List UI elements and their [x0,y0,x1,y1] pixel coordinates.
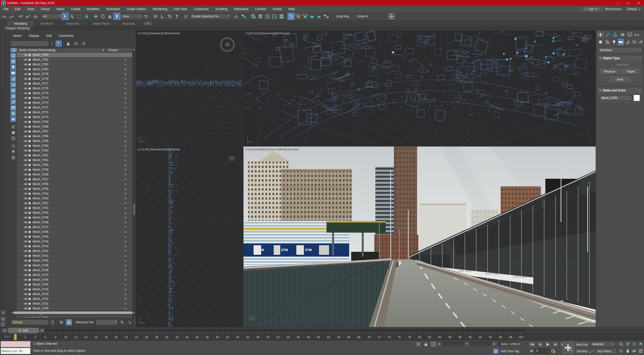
key-selection-dropdown[interactable]: Selected [590,341,615,347]
list-item[interactable]: Mesh_0730 [17,306,132,311]
visibility-eye-icon[interactable] [23,221,28,224]
previous-frame-icon[interactable] [537,341,544,347]
named-selection-set-dropdown[interactable]: Create Selection Se [190,14,231,19]
list-item[interactable]: Mesh_0745 [17,234,132,239]
visibility-eye-icon[interactable] [23,288,28,291]
reference-coordinate-dropdown[interactable]: View [120,14,142,19]
unity-ai-button[interactable]: Unity AI [353,15,371,18]
visibility-eye-icon[interactable] [23,92,28,94]
frozen-icon[interactable] [118,302,132,305]
edit-selection-set-icon[interactable] [119,319,125,325]
frozen-icon[interactable] [118,145,132,147]
explorer-menu-edit[interactable]: Edit [43,33,55,39]
collapse-hierarchy-icon[interactable] [80,41,86,47]
display-geometry-icon[interactable] [10,53,16,58]
maximize-button[interactable] [623,0,633,6]
render-setup-icon[interactable] [295,13,302,20]
time-slider-frame-marker[interactable] [14,334,17,340]
display-frozen-icon[interactable] [10,111,16,116]
list-item[interactable]: Mesh_0766 [17,134,132,139]
visibility-eye-icon[interactable] [23,78,28,80]
scroll-thumb[interactable] [133,203,135,215]
next-frame-icon[interactable] [552,341,559,347]
list-item[interactable]: Mesh_0741 [17,254,132,258]
list-item[interactable]: Mesh_0742 [17,249,132,254]
track-bar[interactable]: 0246810121416182022242628303234363840424… [0,333,644,341]
list-item[interactable]: Mesh_0746 [17,230,132,234]
select-place-icon[interactable] [113,13,120,20]
flat-view-icon[interactable] [10,130,16,135]
time-slider-track[interactable] [14,329,525,332]
tab-motion[interactable] [619,31,626,38]
list-item[interactable]: Mesh_0736 [17,277,132,282]
clear-search-icon[interactable]: ✕ [50,42,54,46]
ribbon-tab-selection[interactable]: Selection [60,21,86,26]
list-item[interactable]: Mesh_0740 [17,258,132,263]
polygon-modeling-panel[interactable]: Polygon Modeling [3,26,32,30]
visibility-eye-icon[interactable] [23,183,28,185]
display-shapes-icon[interactable] [10,59,16,64]
search-filter-icon[interactable] [56,41,62,47]
spinner-snap-icon[interactable] [173,13,180,20]
scroll-right-arrow[interactable] [134,312,135,314]
list-item[interactable]: Mesh_0758 [17,172,132,177]
visibility-eye-icon[interactable] [23,211,28,214]
frozen-icon[interactable] [118,78,132,80]
visibility-eye-icon[interactable] [23,298,28,300]
rect-selection-region-icon[interactable] [76,13,83,20]
explorer-menu-customize[interactable]: Customize [56,33,76,39]
frozen-icon[interactable] [118,255,132,257]
frozen-icon[interactable] [118,278,132,281]
maximize-viewport-icon[interactable] [638,348,643,354]
visibility-eye-icon[interactable] [23,101,28,104]
unlink-icon[interactable] [25,13,32,20]
frozen-icon[interactable] [118,168,132,171]
frozen-icon[interactable] [118,307,132,310]
visibility-eye-icon[interactable] [23,188,28,190]
tab-hierarchy[interactable] [612,31,619,38]
list-item[interactable]: Mesh_0759 [17,167,132,172]
active-layer-dropdown[interactable]: Default [11,319,49,325]
list-item[interactable]: Mesh_0755 [17,187,132,191]
close-button[interactable] [633,0,644,6]
menu-scripting[interactable]: Scripting [212,6,231,12]
ribbon-toggle-icon[interactable] [264,13,271,20]
frozen-icon[interactable] [118,135,132,138]
frozen-icon[interactable] [118,149,132,152]
zoom-region-icon[interactable] [618,348,624,354]
visibility-eye-icon[interactable] [23,274,28,276]
free-camera-button[interactable]: Free [611,77,630,83]
frozen-icon[interactable] [118,274,132,276]
next-frame-arrow[interactable] [40,328,45,333]
visibility-eye-icon[interactable] [23,82,28,85]
layer-dropdown-arrow[interactable] [50,319,55,325]
tab-display[interactable] [626,31,633,38]
key-filters-button[interactable]: Key Filters... [595,348,616,354]
frozen-icon[interactable] [118,245,132,248]
frozen-icon[interactable] [118,101,132,104]
frozen-icon[interactable] [118,250,132,253]
visibility-eye-icon[interactable] [23,145,28,147]
list-item[interactable]: Mesh_0751 [17,206,132,210]
frozen-icon[interactable] [118,197,132,200]
list-item[interactable]: Mesh_0775 [17,91,132,96]
track-bar-ruler[interactable]: 0246810121416182022242628303234363840424… [14,333,525,340]
category-spacewarps-icon[interactable] [631,39,637,45]
dock-mini-layout-icon[interactable] [1,317,6,321]
list-item[interactable]: Mesh_0744 [17,239,132,244]
visibility-eye-icon[interactable] [23,164,28,166]
visibility-eye-icon[interactable] [23,173,28,176]
list-item[interactable]: Mesh_0749 [17,215,132,220]
category-shapes-icon[interactable] [604,39,610,45]
select-object-icon[interactable] [62,13,69,20]
list-item[interactable]: Mesh_0752 [17,201,132,206]
set-key-button[interactable]: Set Key [575,348,589,354]
key-mode-toggle-icon[interactable] [529,348,534,354]
frozen-icon[interactable] [118,82,132,85]
add-time-tag-row[interactable]: Add Time Tag [493,348,519,354]
visibility-eye-icon[interactable] [23,216,28,219]
frozen-icon[interactable] [118,240,132,243]
viewport-front[interactable]: [+] [Front] [Standard] [Wireframe] [244,30,596,146]
frozen-icon[interactable] [118,54,132,56]
frozen-icon[interactable] [118,207,132,209]
